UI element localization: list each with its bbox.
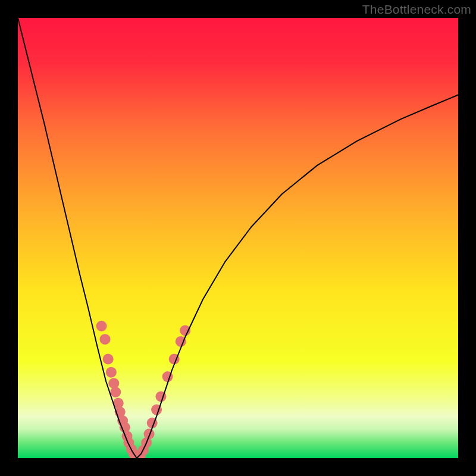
gradient-rect xyxy=(18,18,458,458)
marker-dot xyxy=(110,387,121,397)
plot-area xyxy=(18,18,458,458)
marker-dot xyxy=(96,321,107,331)
marker-dot xyxy=(106,367,117,378)
chart-svg xyxy=(18,18,458,458)
marker-dot xyxy=(108,378,119,389)
marker-dot xyxy=(103,354,114,365)
watermark-text: TheBottleneck.com xyxy=(362,2,471,17)
chart-frame: TheBottleneck.com xyxy=(0,0,476,476)
marker-dot xyxy=(100,334,111,345)
